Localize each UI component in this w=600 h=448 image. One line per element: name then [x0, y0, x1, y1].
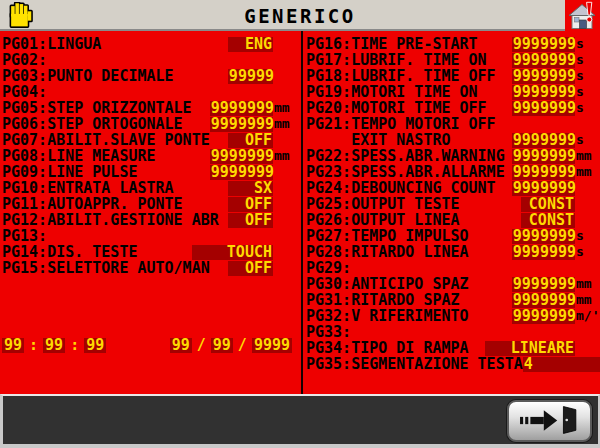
param-value-field[interactable]: 9999999 [512, 53, 575, 68]
param-label: LUBRIF. TIME OFF [351, 68, 496, 84]
param-row-PG20: PG20: MOTORI TIME OFF 9999999 s [306, 100, 598, 116]
param-id: PG29: [306, 260, 351, 276]
param-row-PG29: PG29: [306, 260, 598, 276]
param-value-field[interactable]: 9999999 [210, 101, 273, 116]
param-id: PG19: [306, 84, 351, 100]
param-value-field[interactable]: 9999999 [512, 309, 575, 324]
param-value-field[interactable]: CONST [521, 213, 575, 228]
param-unit: mm [273, 116, 296, 132]
param-id: PG28: [306, 244, 351, 260]
param-value-wrap: 9999999 mm [512, 292, 598, 308]
param-row-PG25: PG25: OUTPUT TESTE CONST [306, 196, 598, 212]
param-value-field[interactable]: 4 [523, 357, 600, 372]
param-label: ABILIT.SLAVE PONTE [47, 132, 210, 148]
param-value-field[interactable]: 9999999 [210, 149, 273, 164]
param-unit: s [575, 36, 598, 52]
param-id: PG03: [2, 68, 47, 84]
param-row-PG08: PG08: LINE MEASURE 9999999 mm [2, 148, 296, 164]
param-label: ABILIT.GESTIONE ABR [47, 212, 219, 228]
clock-digits: 99 [84, 338, 106, 353]
param-id: PG23: [306, 164, 351, 180]
param-value-wrap: 9999999 mm [512, 164, 598, 180]
param-label: TEMPO MOTORI OFF [351, 116, 496, 132]
param-value-field[interactable]: 9999999 [512, 293, 575, 308]
param-id: PG31: [306, 292, 351, 308]
param-value-field[interactable]: TOUCH [192, 245, 273, 260]
param-label: MOTORI TIME ON [351, 84, 477, 100]
param-label: AUTOAPPR. PONTE [47, 196, 182, 212]
param-label: RITARDO SPAZ [351, 292, 459, 308]
param-row-PG02: PG02: [2, 52, 296, 68]
clock-digits: 99 [43, 338, 65, 353]
param-value-wrap: 9999999 s [512, 68, 598, 84]
param-id: PG08: [2, 148, 47, 164]
param-id: PG09: [2, 164, 47, 180]
param-label: STEP ORIZZONTALE [47, 100, 192, 116]
clock-digits: 99 [211, 338, 233, 353]
param-value-field[interactable]: 9999999 [210, 117, 273, 132]
param-label: LUBRIF. TIME ON [351, 52, 486, 68]
param-row-PG35: PG35: SEGMENTAZIONE TESTA 4 [306, 356, 598, 372]
param-value-wrap: 9999999 s [512, 52, 598, 68]
param-id: PG26: [306, 212, 351, 228]
param-value-field[interactable]: 9999999 [512, 277, 575, 292]
param-id: PG20: [306, 100, 351, 116]
param-value-field[interactable]: 9999999 [512, 85, 575, 100]
param-unit: s [575, 228, 598, 244]
param-value-field[interactable]: LINEARE [485, 341, 575, 356]
param-value-wrap: 4 [523, 357, 600, 372]
param-row-PG03: PG03: PUNTO DECIMALE 99999 [2, 68, 296, 84]
param-value-field[interactable]: CONST [521, 197, 575, 212]
home-alarm-icon[interactable] [566, 1, 599, 32]
param-id: PG30: [306, 276, 351, 292]
param-value-field[interactable]: 9999999 [210, 165, 273, 180]
param-row-PG28: PG28: RITARDO LINEA 9999999 s [306, 244, 598, 260]
param-value-field[interactable]: 9999999 [512, 133, 575, 148]
param-label: ANTICIPO SPAZ [351, 276, 468, 292]
param-value-field[interactable]: 9999999 [512, 149, 575, 164]
param-row-PG24: PG24: DEBOUNCING COUNT 9999999 [306, 180, 598, 196]
param-unit: mm [273, 100, 296, 116]
param-value-wrap: LINEARE [485, 341, 598, 356]
param-label: LINE PULSE [47, 164, 137, 180]
param-value-field[interactable]: 9999999 [512, 165, 575, 180]
param-label: V RIFERIMENTO [351, 308, 468, 324]
param-value-field[interactable]: 9999999 [512, 229, 575, 244]
param-value-field[interactable]: 9999999 [512, 37, 575, 52]
param-row-PG19: PG19: MOTORI TIME ON 9999999 s [306, 84, 598, 100]
param-value-wrap: 9999999 s [512, 84, 598, 100]
param-unit: mm [575, 148, 598, 164]
param-unit: s [575, 52, 598, 68]
param-value-wrap: CONST [521, 197, 598, 212]
param-value-wrap: 9999999 mm [512, 276, 598, 292]
param-value-wrap: 9999999 s [512, 228, 598, 244]
param-unit: m/' [575, 308, 598, 324]
parameters-area: PG01: LINGUA ENG PG02: PG03: PUNTO DECIM… [0, 31, 600, 394]
param-value-wrap: 9999999 s [512, 244, 598, 260]
param-row-PG30: PG30: ANTICIPO SPAZ 9999999 mm [306, 276, 598, 292]
param-value-field[interactable]: 99999 [228, 69, 273, 84]
param-row-PG11: PG11: AUTOAPPR. PONTE OFF [2, 196, 296, 212]
param-value-wrap: 9999999 [210, 165, 296, 180]
param-value-field[interactable]: 9999999 [512, 245, 575, 260]
param-value-field[interactable]: ENG [228, 37, 273, 52]
param-value-field[interactable]: OFF [228, 197, 273, 212]
clock-digits: 99 [2, 338, 24, 353]
param-id: PG04: [2, 84, 47, 100]
param-row-continuation: EXIT NASTRO 9999999 s [306, 132, 598, 148]
param-value-field[interactable]: OFF [228, 133, 273, 148]
exit-button[interactable] [507, 400, 592, 442]
param-value-field[interactable]: OFF [228, 261, 273, 276]
param-value-field[interactable]: 9999999 [512, 181, 575, 196]
param-label: DIS. TESTE [47, 244, 137, 260]
param-id: PG24: [306, 180, 351, 196]
param-value-field[interactable]: OFF [228, 213, 273, 228]
param-value-wrap: OFF [228, 133, 296, 148]
param-id: PG18: [306, 68, 351, 84]
param-value-field[interactable]: 9999999 [512, 69, 575, 84]
param-row-PG04: PG04: [2, 84, 296, 100]
date-display: 99/99/9999 [170, 337, 292, 353]
param-value-field[interactable]: SX [228, 181, 273, 196]
param-unit: s [575, 100, 598, 116]
param-value-field[interactable]: 9999999 [512, 101, 575, 116]
